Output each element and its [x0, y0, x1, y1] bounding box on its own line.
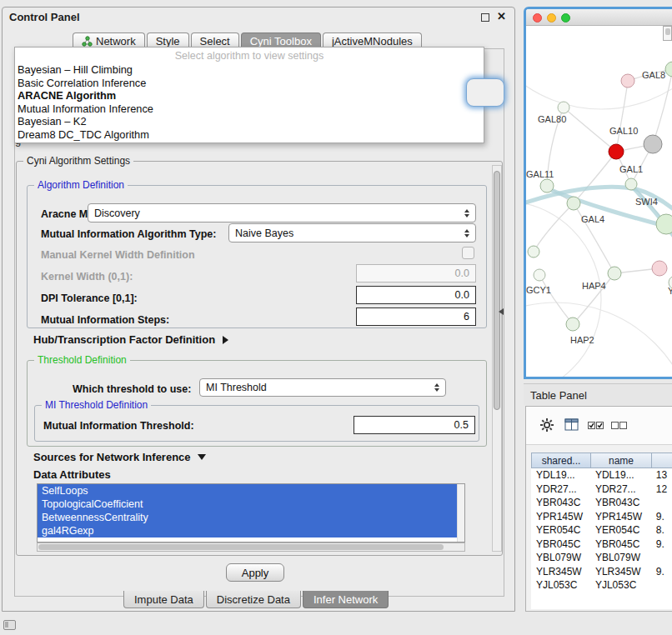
- settings-scrollbar-thumb[interactable]: [494, 171, 500, 410]
- node[interactable]: [652, 261, 667, 276]
- algorithm-option[interactable]: Basic Correlation Inference: [15, 77, 484, 90]
- table-header-row: shared... name: [531, 452, 672, 468]
- collapse-down-icon: [198, 454, 206, 460]
- data-attributes-label: Data Attributes: [33, 468, 111, 481]
- attributes-horizontal-scrollbar[interactable]: [37, 542, 465, 552]
- columns-icon[interactable]: [564, 418, 579, 432]
- algorithm-combobox-end[interactable]: [466, 78, 504, 107]
- table-row[interactable]: YPR145WYPR145W9.: [531, 510, 672, 524]
- hub-tf-section-toggle[interactable]: Hub/Transcription Factor Definition: [33, 333, 228, 346]
- algorithm-option[interactable]: Bayesian – Hill Climbing: [15, 63, 484, 77]
- manual-kernel-width-checkbox[interactable]: [462, 247, 474, 259]
- tab-label: Discretize Data: [217, 593, 290, 606]
- table-row[interactable]: YBR045CYBR045C9.: [531, 538, 672, 552]
- which-threshold-label: Which threshold to use:: [73, 383, 191, 395]
- float-window-icon[interactable]: [481, 13, 489, 22]
- zoom-traffic-light-icon[interactable]: [561, 13, 570, 22]
- tab-label: Network: [96, 35, 136, 48]
- attribute-item-selected[interactable]: BetweennessCentrality: [38, 511, 457, 524]
- column-header-name[interactable]: name: [590, 452, 651, 468]
- canvas-scrollbar[interactable]: [663, 26, 672, 41]
- node-table: shared... name YDL19...YDL19...13 YDR27.…: [531, 452, 672, 609]
- node-label: GAL80: [538, 114, 566, 124]
- node-hap4[interactable]: [608, 267, 621, 280]
- table-row[interactable]: YER054CYER054C8.: [531, 523, 672, 538]
- mi-steps-field[interactable]: 6: [356, 308, 476, 326]
- expand-right-icon: [223, 336, 228, 344]
- algorithm-option-selected[interactable]: ARACNE Algorithm: [15, 89, 484, 102]
- tab-impute-data[interactable]: Impute Data: [123, 591, 204, 608]
- node-gal8[interactable]: [665, 62, 672, 77]
- splitter-collapse-icon[interactable]: [499, 308, 504, 315]
- table-row[interactable]: YBL079WYBL079W: [531, 551, 672, 565]
- column-header-partial[interactable]: [651, 452, 672, 468]
- table-row[interactable]: YLR345WYLR345W9.: [531, 565, 672, 579]
- node-gal11[interactable]: [540, 179, 554, 192]
- gear-icon[interactable]: [539, 418, 554, 432]
- data-attributes-list: SelfLoops TopologicalCoefficient Between…: [37, 483, 465, 542]
- node[interactable]: [621, 74, 634, 88]
- node-label: GCY1: [526, 285, 551, 295]
- which-threshold-combobox[interactable]: MI Threshold: [199, 378, 446, 397]
- table-row[interactable]: YDR27...YDR27...12: [531, 482, 672, 497]
- canvas-scrollbar-thumb[interactable]: [665, 28, 670, 35]
- close-icon[interactable]: ✕: [497, 10, 506, 22]
- desktop: Control Panel ✕ Network Style Select Cyn…: [0, 0, 672, 635]
- combobox-arrows-icon: [434, 383, 439, 392]
- table-rows: YDL19...YDL19...13 YDR27...YDR27...12 YB…: [531, 468, 672, 588]
- algorithm-dropdown-popup: Select algorithm to view settings Bayesi…: [14, 47, 484, 143]
- select-all-icon[interactable]: [588, 422, 604, 430]
- network-graph: GAL8 GAL80 GAL10 GAL11 GAL1 SWI4 GAL4 GC…: [526, 26, 672, 377]
- node-gal1[interactable]: [625, 178, 637, 190]
- control-panel-window: Control Panel ✕ Network Style Select Cyn…: [2, 7, 515, 612]
- kernel-width-field[interactable]: 0.0: [356, 264, 476, 282]
- node[interactable]: [528, 246, 539, 258]
- close-traffic-light-icon[interactable]: [533, 13, 542, 22]
- node-gal4[interactable]: [567, 197, 580, 210]
- algorithm-option[interactable]: Mutual Information Inference: [15, 102, 484, 116]
- tab-infer-network[interactable]: Infer Network: [303, 591, 389, 608]
- algorithm-option[interactable]: Dream8 DC_TDC Algorithm: [15, 128, 484, 142]
- settings-scrollbar[interactable]: [492, 165, 502, 552]
- node-label: GAL10: [609, 126, 638, 136]
- tab-discretize-data[interactable]: Discretize Data: [206, 591, 301, 608]
- attributes-hscroll-thumb[interactable]: [38, 544, 444, 550]
- node-label: GAL8: [642, 70, 665, 80]
- dpi-tolerance-field[interactable]: 0.0: [356, 286, 476, 304]
- node-swi4[interactable]: [656, 214, 672, 234]
- manual-kernel-width-label: Manual Kernel Width Definition: [41, 249, 195, 261]
- attribute-item-selected[interactable]: SelfLoops: [38, 484, 457, 498]
- node-gcy1[interactable]: [534, 269, 545, 281]
- minimize-traffic-light-icon[interactable]: [547, 13, 556, 22]
- node-hap2[interactable]: [566, 318, 579, 331]
- algorithm-option[interactable]: Bayesian – K2: [15, 115, 484, 128]
- attributes-vertical-scrollbar[interactable]: [457, 484, 464, 542]
- cyni-algorithm-settings-group: Cyni Algorithm Settings Algorithm Defini…: [16, 161, 503, 556]
- column-header-shared-name[interactable]: shared...: [531, 452, 590, 468]
- network-icon: [82, 36, 93, 47]
- node-gal80[interactable]: [558, 102, 569, 113]
- aracne-mode-combobox[interactable]: Discovery: [88, 203, 476, 222]
- sources-section-toggle[interactable]: Sources for Network Inference: [33, 451, 206, 463]
- table-row[interactable]: YBR043CYBR043C: [531, 496, 672, 510]
- mi-threshold-field[interactable]: 0.5: [354, 416, 475, 434]
- network-view-window: GAL8 GAL80 GAL10 GAL11 GAL1 SWI4 GAL4 GC…: [524, 7, 672, 379]
- bottom-tab-bar: Impute Data Discretize Data Infer Networ…: [123, 591, 390, 608]
- network-canvas[interactable]: GAL8 GAL80 GAL10 GAL11 GAL1 SWI4 GAL4 GC…: [526, 26, 672, 377]
- table-row[interactable]: YJL053CYJL053C: [531, 578, 672, 588]
- table-panel-toolbar: [526, 407, 672, 445]
- mi-algorithm-type-combobox[interactable]: Naive Bayes: [228, 223, 476, 242]
- node[interactable]: [644, 135, 662, 153]
- combobox-arrows-icon: [464, 229, 469, 238]
- node-gal10[interactable]: [609, 144, 624, 159]
- attribute-item-selected[interactable]: gal4RGexp: [38, 524, 457, 538]
- network-window-titlebar[interactable]: [526, 9, 672, 26]
- panel-dock-icon[interactable]: [3, 620, 16, 630]
- deselect-all-icon[interactable]: [611, 422, 628, 430]
- table-row[interactable]: YDL19...YDL19...13: [531, 468, 672, 482]
- algorithm-definition-group: Algorithm Definition Aracne Mode: Discov…: [27, 185, 487, 328]
- tab-label: Style: [156, 35, 180, 48]
- attribute-item-selected[interactable]: TopologicalCoefficient: [38, 498, 457, 511]
- mi-threshold-definition-group: MI Threshold Definition Mutual Informati…: [34, 405, 479, 442]
- apply-button[interactable]: Apply: [226, 563, 284, 582]
